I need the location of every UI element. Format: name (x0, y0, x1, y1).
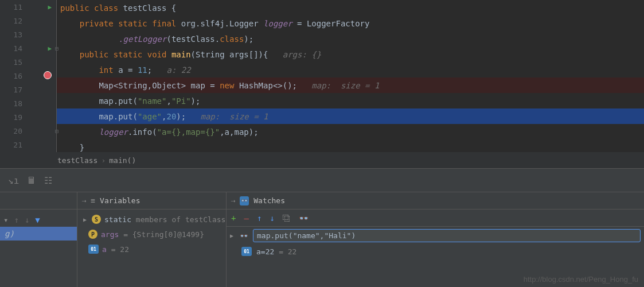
param-badge-icon: P (88, 230, 97, 239)
code-line-execution[interactable]: map.put("age",20); map: size = 1 (57, 108, 644, 124)
gutter-line[interactable]: 21 (0, 138, 56, 152)
gutter-line[interactable]: 13 (0, 28, 56, 41)
chevron-right-icon[interactable]: ▶ (83, 216, 87, 223)
move-down-icon[interactable]: ↓ (270, 214, 274, 223)
watches-header: ⇢ 👓 Watches (227, 192, 644, 210)
gutter-line[interactable]: 17 (0, 83, 56, 97)
code-line[interactable]: .getLogger(testClass.class); (57, 31, 644, 46)
gutter-line[interactable]: 20 ⊟ (0, 125, 56, 138)
debug-panel: ▾ ↑ ↓ ▼ g) ⇢ ≡ Variables ▶ S static memb… (0, 192, 644, 287)
editor-area: 11 ▶ 12 13 14 ▶ ⊟ 15 16 17 18 19 20 ⊟ 21… (0, 0, 644, 152)
run-icon[interactable]: ▶ (48, 3, 52, 11)
variables-body: ▶ S static members of testClass P args =… (77, 210, 226, 259)
code-line[interactable]: public class testClass { (57, 0, 644, 15)
code-line[interactable]: private static final org.slf4j.Logger lo… (57, 15, 644, 31)
code-line[interactable]: int a = 11; a: 22 (57, 62, 644, 77)
breadcrumb-method[interactable]: main() (109, 156, 136, 165)
static-badge-icon: S (92, 215, 101, 224)
add-watch-icon[interactable]: + (231, 214, 236, 223)
code-line[interactable]: map.put("name","Pi"); (57, 93, 644, 108)
var-row-static[interactable]: ▶ S static members of testClass (77, 212, 226, 227)
copy-icon[interactable]: ⿻ (283, 214, 291, 223)
gutter: 11 ▶ 12 13 14 ▶ ⊟ 15 16 17 18 19 20 ⊟ 21 (0, 0, 56, 152)
pin-icon[interactable]: ⇢ (231, 197, 235, 205)
var-row-a[interactable]: 01 a = 22 (77, 242, 226, 257)
gutter-line[interactable]: 19 (0, 111, 56, 125)
calculator-icon[interactable]: 🖩 (27, 175, 36, 186)
primitive-badge-icon: 01 (241, 247, 252, 256)
glasses-icon[interactable]: 👓 (299, 214, 309, 223)
evaluate-icon[interactable]: ↘ı (8, 175, 19, 186)
gutter-line[interactable]: 14 ▶ ⊟ (0, 41, 56, 55)
gutter-line[interactable]: 11 ▶ (0, 0, 56, 14)
watch-expression-input[interactable] (253, 229, 641, 242)
variables-label: Variables (100, 196, 140, 205)
frames-column: ▾ ↑ ↓ ▼ g) (0, 192, 77, 287)
frames-header (0, 192, 77, 210)
watch-input-row: ▶ 👓 (227, 227, 644, 245)
dropdown-icon[interactable]: ▾ (3, 215, 8, 224)
variables-panel: ⇢ ≡ Variables ▶ S static members of test… (77, 192, 227, 287)
arrow-up-icon[interactable]: ↑ (14, 215, 18, 224)
watches-label: Watches (253, 196, 285, 205)
remove-watch-icon[interactable]: — (244, 214, 248, 223)
gutter-line[interactable]: 15 (0, 55, 56, 69)
frame-entry[interactable]: g) (0, 227, 77, 241)
code-column[interactable]: public class testClass { private static … (56, 0, 644, 152)
arrow-down-icon[interactable]: ↓ (25, 215, 29, 224)
glasses-icon: 👓 (240, 232, 248, 240)
watermark: http://blog.csdn.net/Peng_Hong_fu (524, 275, 638, 284)
gutter-line[interactable]: 16 (0, 69, 56, 83)
gutter-line[interactable]: 12 (0, 14, 56, 28)
primitive-badge-icon: 01 (88, 245, 99, 254)
filter-icon[interactable]: ▼ (35, 215, 40, 224)
chevron-right-icon[interactable]: ▶ (230, 232, 233, 239)
run-icon[interactable]: ▶ (48, 45, 52, 52)
watch-result-row[interactable]: 01 a=22 = 22 (227, 245, 644, 258)
watches-panel: ⇢ 👓 Watches + — ↑ ↓ ⿻ 👓 ▶ 👓 01 a=22 = 22 (227, 192, 644, 287)
code-line-breakpoint[interactable]: Map<String,Object> map = new HashMap<>()… (57, 77, 644, 93)
debug-toolbar: ↘ı 🖩 ☷ (0, 168, 644, 192)
code-line[interactable]: } (57, 139, 644, 155)
code-line[interactable]: public static void main(String args[]){ … (57, 46, 644, 62)
variables-header: ⇢ ≡ Variables (77, 192, 226, 210)
code-line[interactable]: logger.info("a={},map={}",a,map); (57, 124, 644, 139)
move-up-icon[interactable]: ↑ (257, 214, 261, 223)
breakpoint-icon[interactable] (44, 71, 52, 81)
variables-icon: ≡ (91, 196, 95, 205)
var-row-args[interactable]: P args = {String[0]@1499} (77, 227, 226, 242)
watches-toolbar: + — ↑ ↓ ⿻ 👓 (227, 210, 644, 227)
breadcrumb-sep-icon: › (101, 156, 106, 165)
watches-icon: 👓 (240, 196, 249, 205)
breadcrumb-class[interactable]: testClass (57, 156, 97, 165)
settings-icon[interactable]: ☷ (44, 175, 52, 186)
pin-icon[interactable]: ⇢ (82, 197, 86, 205)
gutter-line[interactable]: 18 (0, 97, 56, 111)
frames-nav: ▾ ↑ ↓ ▼ (0, 213, 77, 227)
